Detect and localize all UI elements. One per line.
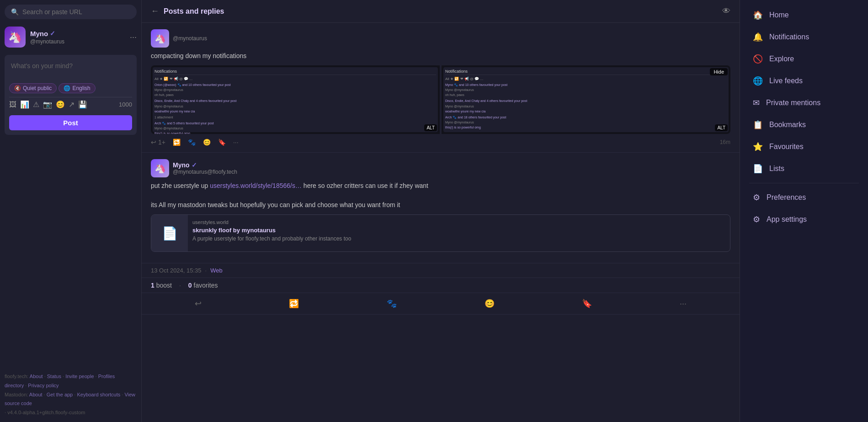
main-content: ← Posts and replies 👁 🦄 @mynotaurus comp…	[142, 0, 740, 422]
privacy-button[interactable]: 🔇 Quiet public	[9, 83, 57, 93]
emoji-react-button-1[interactable]: 😊	[203, 139, 211, 146]
link-card-domain: userstyles.world	[192, 219, 725, 225]
link-card-desc: A purple userstyle for floofy.tech and p…	[192, 235, 725, 242]
quiet-public-icon: 🔇	[14, 85, 21, 91]
emoji-bottom-button[interactable]: 😊	[477, 297, 502, 310]
profile-name: Myno ✓	[30, 30, 64, 37]
post-avatar[interactable]: 🦄	[151, 29, 169, 48]
sidebar-item-label-private-mentions: Private mentions	[766, 99, 820, 107]
footer-directory: directory · Privacy policy	[5, 381, 137, 390]
post-handle-2: @mynotaurus@floofy.tech	[173, 169, 730, 175]
footer-profiles-link[interactable]: Profiles	[98, 374, 115, 379]
post-image-left-content: Notifications All ★ 🔁 ❤ 📢 @ 💬 ... Orion …	[151, 65, 440, 134]
fav-stat: 0 favorites	[188, 282, 218, 289]
post-image-right: Notifications All ★ 🔁 ❤ 📢 @ 💬 ... Myno 🐾…	[442, 65, 730, 134]
post-button[interactable]: Post	[9, 115, 132, 130]
sidebar-item-lists[interactable]: 📄 Lists	[744, 158, 864, 179]
eye-icon[interactable]: 👁	[722, 6, 730, 16]
visibility-web[interactable]: Web	[210, 267, 223, 274]
fav-label: favorites	[194, 282, 218, 289]
nav-divider	[749, 183, 859, 183]
sidebar-item-preferences[interactable]: ⚙ Preferences	[744, 187, 864, 208]
footer-mastodon: Mastodon: About · Get the app · Keyboard…	[5, 390, 137, 409]
sidebar-item-explore[interactable]: 🚫 Explore	[744, 48, 864, 69]
alt-badge-left[interactable]: ALT	[424, 124, 437, 131]
compose-box: What's on your mind? 🔇 Quiet public 🌐 En…	[5, 55, 137, 135]
hide-badge[interactable]: Hide	[710, 68, 728, 75]
alt-badge-right[interactable]: ALT	[715, 124, 728, 131]
boost-button-1[interactable]: 🔁	[173, 139, 181, 146]
post-stats: 1 boost · 0 favorites	[142, 278, 740, 293]
boost-bottom-button[interactable]: 🔁	[282, 297, 306, 310]
bookmark-button-1[interactable]: 🔖	[218, 139, 226, 146]
profile-left: 🦄 Myno ✓ @mynotaurus	[5, 27, 64, 48]
footer-privacy-link[interactable]: Privacy policy	[28, 383, 59, 388]
lists-icon: 📄	[753, 164, 763, 174]
sidebar-item-label-bookmarks: Bookmarks	[769, 121, 806, 129]
sidebar-item-favourites[interactable]: ⭐ Favourites	[744, 136, 864, 157]
language-button[interactable]: 🌐 English	[59, 83, 95, 93]
verified-badge-2: ✓	[192, 161, 197, 169]
reaction-button-1[interactable]: 🐾	[188, 139, 196, 146]
display-name: Myno	[30, 30, 48, 37]
draft-icon[interactable]: 💾	[78, 100, 87, 109]
post-meta-2: 13 Oct 2024, 15:35 · Web	[142, 263, 740, 278]
link-card-body: userstyles.world skrunkly floof by mynot…	[188, 215, 730, 251]
meta-dot-2: ·	[179, 282, 181, 289]
sidebar-item-label-live-feeds: Live feeds	[769, 77, 803, 85]
search-input[interactable]	[22, 8, 130, 16]
footer-directory-link[interactable]: directory	[5, 383, 24, 388]
post-author-info: @mynotaurus	[173, 35, 730, 42]
privacy-label: Quiet public	[23, 85, 52, 91]
paw-bottom-button[interactable]: 🐾	[379, 297, 404, 310]
sidebar-item-private-mentions[interactable]: ✉ Private mentions	[744, 92, 864, 113]
camera-icon[interactable]: 📷	[43, 100, 52, 109]
compose-placeholder[interactable]: What's on your mind?	[9, 59, 132, 83]
post-avatar-2[interactable]: 🦄	[151, 159, 169, 177]
sidebar-item-bookmarks[interactable]: 📋 Bookmarks	[744, 114, 864, 135]
back-button[interactable]: ←	[151, 6, 159, 16]
more-button-1[interactable]: ···	[233, 139, 239, 146]
sidebar-item-label-explore: Explore	[769, 55, 794, 63]
boost-count: 1	[151, 282, 154, 289]
profile-section: 🦄 Myno ✓ @mynotaurus ···	[5, 25, 137, 49]
footer-keyboard-link[interactable]: Keyboard shortcuts	[77, 392, 120, 397]
private-mentions-icon: ✉	[753, 98, 760, 108]
more-bottom-button[interactable]: ···	[672, 297, 694, 310]
chart-icon[interactable]: 📊	[20, 100, 29, 109]
emoji-icon[interactable]: 😊	[56, 100, 65, 109]
search-bar: 🔍	[5, 5, 137, 19]
share-icon[interactable]: ↗	[69, 100, 75, 109]
footer-links: floofy.tech: About · Status · Invite peo…	[5, 372, 137, 417]
post-link-2[interactable]: userstyles.world/style/18566/s…	[210, 182, 302, 189]
footer-invite-link[interactable]: Invite people	[65, 374, 94, 379]
sidebar-item-label-favourites: Favourites	[769, 143, 804, 151]
sidebar-item-notifications[interactable]: 🔔 Notifications	[744, 27, 864, 48]
post-item: 🦄 @mynotaurus compacting down my notific…	[142, 23, 740, 153]
footer-about-mastodon-link[interactable]: About	[29, 392, 43, 397]
more-menu-button[interactable]: ···	[130, 32, 137, 42]
post-images-1: Notifications All ★ 🔁 ❤ 📢 @ 💬 ... Orion …	[151, 65, 730, 134]
sidebar-item-app-settings[interactable]: ⚙ App settings	[744, 209, 864, 230]
fav-count: 0	[188, 282, 192, 289]
link-preview-card[interactable]: 📄 userstyles.world skrunkly floof by myn…	[151, 214, 730, 252]
footer-status-link[interactable]: Status	[47, 374, 61, 379]
explore-icon: 🚫	[753, 54, 763, 64]
post-text-1: compacting down my notifications	[151, 51, 730, 61]
sidebar-item-home[interactable]: 🏠 Home	[744, 5, 864, 26]
reply-button-1[interactable]: ↩ 1+	[151, 139, 165, 146]
boost-label: boost	[156, 282, 172, 289]
post-item-2: 🦄 Myno ✓ @mynotaurus@floofy.tech put zhe…	[142, 153, 740, 263]
warning-icon[interactable]: ⚠	[33, 100, 39, 109]
footer-get-app-link[interactable]: Get the app	[47, 392, 73, 397]
favourites-icon: ⭐	[753, 142, 763, 152]
sidebar-item-live-feeds[interactable]: 🌐 Live feeds	[744, 70, 864, 91]
image-icon[interactable]: 🖼	[9, 101, 16, 109]
reply-count-1: 1+	[158, 139, 165, 146]
footer-about-link[interactable]: About	[30, 374, 43, 379]
bookmark-bottom-button[interactable]: 🔖	[575, 297, 599, 310]
sidebar-item-label-home: Home	[769, 11, 789, 19]
right-sidebar: 🏠 Home 🔔 Notifications 🚫 Explore 🌐 Live …	[740, 0, 868, 422]
reply-bottom-button[interactable]: ↩	[187, 297, 209, 310]
avatar[interactable]: 🦄	[5, 27, 26, 48]
